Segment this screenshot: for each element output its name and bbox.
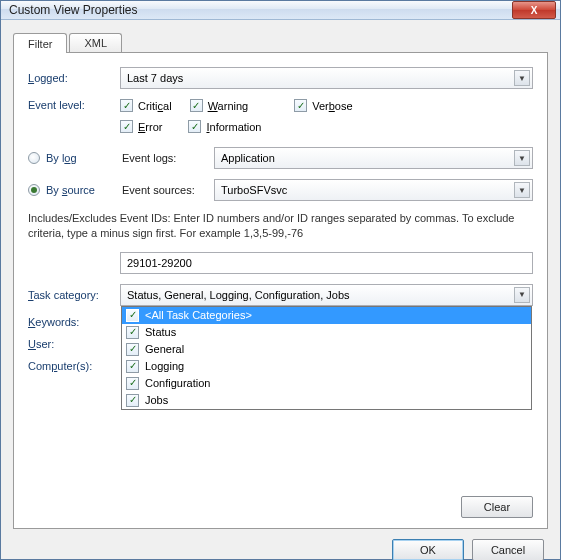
checkbox-warning[interactable]: ✓Warning xyxy=(190,99,249,112)
taskcategory-dropdown[interactable]: Status, General, Logging, Configuration,… xyxy=(120,284,533,306)
taskcategory-item-all[interactable]: ✓<All Task Categories> xyxy=(122,307,531,324)
check-icon: ✓ xyxy=(126,309,139,322)
titlebar: Custom View Properties X xyxy=(1,1,560,20)
label-bysource: By source xyxy=(46,184,122,196)
eventlogs-dropdown[interactable]: Application ▼ xyxy=(214,147,533,169)
logged-dropdown[interactable]: Last 7 days ▼ xyxy=(120,67,533,89)
eventlogs-value: Application xyxy=(221,152,275,164)
radio-by-source[interactable] xyxy=(28,184,40,196)
check-icon: ✓ xyxy=(126,377,139,390)
label-logged: Logged: xyxy=(28,72,120,84)
taskcategory-item-logging[interactable]: ✓Logging xyxy=(122,358,531,375)
close-icon: X xyxy=(531,5,538,16)
label-eventlevel: Event level: xyxy=(28,99,120,111)
check-icon: ✓ xyxy=(188,120,201,133)
check-icon: ✓ xyxy=(126,326,139,339)
logged-value: Last 7 days xyxy=(127,72,183,84)
checkbox-error[interactable]: ✓Error xyxy=(120,120,162,133)
taskcategory-item-status[interactable]: ✓Status xyxy=(122,324,531,341)
dialog-footer: OK Cancel xyxy=(13,529,548,560)
checkbox-critical[interactable]: ✓Critical xyxy=(120,99,172,112)
chevron-down-icon: ▼ xyxy=(514,287,530,303)
tab-body: Logged: Last 7 days ▼ Event level: ✓Crit… xyxy=(13,52,548,529)
label-computers: Computer(s): xyxy=(28,360,120,372)
event-id-hint: Includes/Excludes Event IDs: Enter ID nu… xyxy=(28,211,533,242)
check-icon: ✓ xyxy=(294,99,307,112)
label-bylog: By log xyxy=(46,152,122,164)
event-ids-value: 29101-29200 xyxy=(127,257,192,269)
check-icon: ✓ xyxy=(126,394,139,407)
chevron-down-icon: ▼ xyxy=(514,150,530,166)
label-eventlogs: Event logs: xyxy=(122,152,214,164)
taskcategory-value: Status, General, Logging, Configuration,… xyxy=(127,289,350,301)
checkbox-information[interactable]: ✓Information xyxy=(188,120,261,133)
label-user: User: xyxy=(28,338,120,350)
label-taskcategory: Task category: xyxy=(28,289,120,301)
radio-by-log[interactable] xyxy=(28,152,40,164)
window-title: Custom View Properties xyxy=(9,3,512,17)
label-keywords: Keywords: xyxy=(28,316,120,328)
taskcategory-item-general[interactable]: ✓General xyxy=(122,341,531,358)
checkbox-verbose[interactable]: ✓Verbose xyxy=(294,99,352,112)
check-icon: ✓ xyxy=(120,99,133,112)
check-icon: ✓ xyxy=(120,120,133,133)
client-area: Filter XML Logged: Last 7 days ▼ Event l… xyxy=(1,20,560,560)
tab-strip: Filter XML xyxy=(13,30,548,52)
close-button[interactable]: X xyxy=(512,1,556,19)
eventsources-value: TurboSFVsvc xyxy=(221,184,287,196)
cancel-button[interactable]: Cancel xyxy=(472,539,544,560)
dialog-window: Custom View Properties X Filter XML Logg… xyxy=(0,0,561,560)
tab-filter[interactable]: Filter xyxy=(13,33,67,53)
check-icon: ✓ xyxy=(190,99,203,112)
ok-button[interactable]: OK xyxy=(392,539,464,560)
tab-xml[interactable]: XML xyxy=(69,33,122,52)
label-eventsources: Event sources: xyxy=(122,184,214,196)
clear-button[interactable]: Clear xyxy=(461,496,533,518)
check-icon: ✓ xyxy=(126,360,139,373)
taskcategory-list: ✓<All Task Categories> ✓Status ✓General … xyxy=(121,306,532,410)
taskcategory-item-configuration[interactable]: ✓Configuration xyxy=(122,375,531,392)
chevron-down-icon: ▼ xyxy=(514,70,530,86)
taskcategory-item-jobs[interactable]: ✓Jobs xyxy=(122,392,531,409)
event-ids-input[interactable]: 29101-29200 xyxy=(120,252,533,274)
check-icon: ✓ xyxy=(126,343,139,356)
eventsources-dropdown[interactable]: TurboSFVsvc ▼ xyxy=(214,179,533,201)
chevron-down-icon: ▼ xyxy=(514,182,530,198)
